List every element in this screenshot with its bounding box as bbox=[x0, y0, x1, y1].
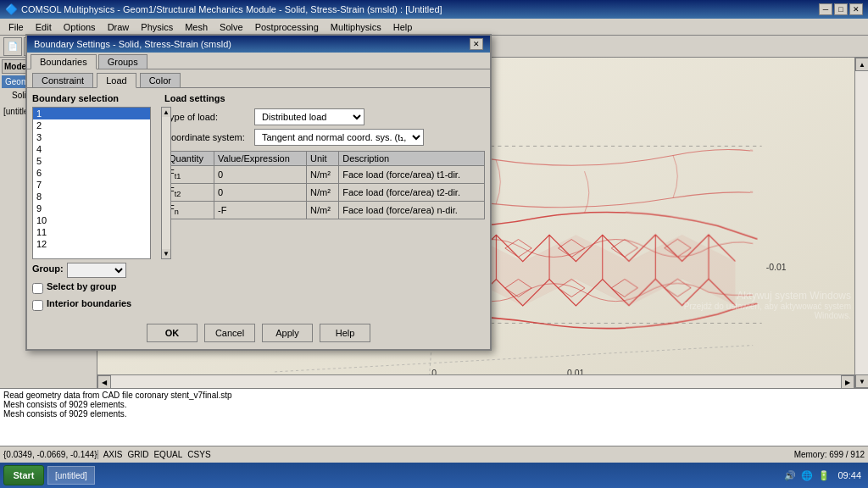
menu-multiphysics[interactable]: Multiphysics bbox=[326, 20, 387, 34]
scroll-track[interactable] bbox=[855, 71, 868, 374]
horizontal-scrollbar[interactable]: ◀ ▶ bbox=[97, 374, 854, 388]
start-button[interactable]: Start bbox=[3, 465, 44, 485]
group-dropdown[interactable] bbox=[67, 263, 126, 278]
boundary-item-12[interactable]: 12 bbox=[33, 238, 150, 250]
cancel-button[interactable]: Cancel bbox=[204, 324, 255, 342]
boundary-item-6[interactable]: 6 bbox=[33, 167, 150, 179]
qty-ft1: Ft1 bbox=[165, 166, 214, 184]
desc-fn: Face load (force/area) n-dir. bbox=[339, 202, 485, 219]
dialog-close-button[interactable]: ✕ bbox=[470, 38, 483, 50]
menu-file[interactable]: File bbox=[3, 20, 29, 34]
minimize-button[interactable]: ─ bbox=[819, 3, 832, 15]
taskbar-app-label: [untitled] bbox=[55, 471, 87, 480]
menu-mesh[interactable]: Mesh bbox=[180, 20, 213, 34]
boundary-item-5[interactable]: 5 bbox=[33, 155, 150, 167]
h-scroll-track[interactable] bbox=[111, 375, 841, 388]
tray-icon-3: 🔋 bbox=[817, 469, 831, 482]
coordinate-system-dropdown[interactable]: Tangent and normal coord. sys. (t₁,t₂,n) bbox=[254, 129, 424, 146]
list-scroll-down[interactable]: ▼ bbox=[162, 249, 170, 258]
input-ft1[interactable] bbox=[218, 168, 286, 181]
tab-constraint[interactable]: Constraint bbox=[32, 73, 93, 87]
interior-boundaries-checkbox[interactable] bbox=[32, 300, 43, 311]
unit-ft1: N/m² bbox=[307, 166, 339, 184]
group-row: Group: bbox=[32, 263, 159, 278]
dialog-top-tabs: Boundaries Groups bbox=[27, 53, 490, 69]
tab-load[interactable]: Load bbox=[97, 73, 136, 88]
dialog-title-bar: Boundary Settings - Solid, Stress-Strain… bbox=[27, 36, 490, 53]
tab-color[interactable]: Color bbox=[140, 73, 181, 87]
menu-edit[interactable]: Edit bbox=[31, 20, 57, 34]
dialog-sub-tabs: Constraint Load Color bbox=[27, 69, 490, 88]
qty-ft2: Ft2 bbox=[165, 184, 214, 202]
boundary-settings-dialog: Boundary Settings - Solid, Stress-Strain… bbox=[25, 34, 492, 351]
boundary-selection-label: Boundary selection bbox=[32, 93, 159, 103]
svg-text:-0.01: -0.01 bbox=[766, 263, 787, 272]
desc-ft2: Face load (force/area) t2-dir. bbox=[339, 184, 485, 202]
boundary-item-3[interactable]: 3 bbox=[33, 131, 150, 143]
coordinates-display: {0.0349, -0.0669, -0.144} bbox=[3, 450, 97, 459]
unit-ft2: N/m² bbox=[307, 184, 339, 202]
boundary-item-1[interactable]: 1 bbox=[33, 108, 150, 119]
scroll-left-button[interactable]: ◀ bbox=[97, 375, 111, 388]
app-icon: 🔷 bbox=[5, 3, 18, 15]
boundary-item-8[interactable]: 8 bbox=[33, 191, 150, 202]
scroll-right-button[interactable]: ▶ bbox=[841, 375, 854, 388]
tab-groups[interactable]: Groups bbox=[98, 54, 147, 69]
load-settings-panel: Load settings Type of load: Distributed … bbox=[164, 93, 485, 312]
list-scrollbar[interactable]: ▲ ▼ bbox=[161, 107, 171, 259]
menu-draw[interactable]: Draw bbox=[103, 20, 135, 34]
val-ft2[interactable] bbox=[214, 184, 307, 202]
dialog-body: Boundary selection 1 2 3 4 5 6 7 8 9 10 … bbox=[27, 88, 490, 317]
col-description: Description bbox=[339, 152, 485, 166]
boundary-list-container: 1 2 3 4 5 6 7 8 9 10 11 12 ▲ ▼ bbox=[32, 107, 159, 259]
boundary-item-2[interactable]: 2 bbox=[33, 119, 150, 131]
help-button[interactable]: Help bbox=[320, 324, 370, 342]
tray-icon-1: 🔊 bbox=[783, 469, 797, 482]
val-fn[interactable] bbox=[214, 202, 307, 219]
val-ft1[interactable] bbox=[214, 166, 307, 184]
select-by-group-checkbox[interactable] bbox=[32, 283, 43, 294]
menu-postprocessing[interactable]: Postprocessing bbox=[250, 20, 324, 34]
col-quantity: Quantity bbox=[165, 152, 214, 166]
maximize-button[interactable]: □ bbox=[834, 3, 848, 15]
input-fn[interactable] bbox=[218, 203, 286, 217]
output-line-3: Mesh consists of 9029 elements. bbox=[3, 409, 865, 419]
new-button[interactable]: 📄 bbox=[3, 37, 22, 56]
close-button[interactable]: ✕ bbox=[849, 3, 863, 15]
menu-physics[interactable]: Physics bbox=[136, 20, 178, 34]
vertical-scrollbar[interactable]: ▲ ▼ bbox=[854, 58, 868, 388]
tab-boundaries[interactable]: Boundaries bbox=[31, 54, 97, 69]
ok-button[interactable]: OK bbox=[147, 324, 198, 342]
scroll-up-button[interactable]: ▲ bbox=[855, 58, 868, 71]
csys-status: CSYS bbox=[182, 450, 210, 459]
table-row-ft1: Ft1 N/m² Face load (force/area) t1-dir. bbox=[165, 166, 485, 184]
taskbar-app-button[interactable]: [untitled] bbox=[47, 466, 95, 485]
qty-fn: Fn bbox=[165, 202, 214, 219]
equal-status: EQUAL bbox=[148, 450, 182, 459]
list-scroll-up[interactable]: ▲ bbox=[162, 108, 170, 117]
boundary-item-10[interactable]: 10 bbox=[33, 214, 150, 226]
apply-button[interactable]: Apply bbox=[262, 324, 313, 342]
type-of-load-dropdown[interactable]: Distributed load bbox=[254, 108, 364, 125]
windows-watermark: Aktywuj system Windows Przejdź do ustawi… bbox=[684, 290, 851, 320]
boundary-list[interactable]: 1 2 3 4 5 6 7 8 9 10 11 12 bbox=[32, 107, 151, 259]
title-bar-left: 🔷 COMSOL Multiphysics - Geom1/Structural… bbox=[5, 3, 442, 15]
type-of-load-row: Type of load: Distributed load bbox=[164, 108, 485, 125]
boundary-item-7[interactable]: 7 bbox=[33, 179, 150, 191]
input-ft2[interactable] bbox=[218, 186, 286, 199]
list-scroll-track[interactable] bbox=[162, 117, 170, 249]
boundary-item-4[interactable]: 4 bbox=[33, 143, 150, 155]
scroll-down-button[interactable]: ▼ bbox=[855, 374, 868, 388]
boundary-item-11[interactable]: 11 bbox=[33, 226, 150, 238]
menu-solve[interactable]: Solve bbox=[214, 20, 248, 34]
output-area: Read geometry data from CAD file coronar… bbox=[0, 388, 868, 446]
table-row-ft2: Ft2 N/m² Face load (force/area) t2-dir. bbox=[165, 184, 485, 202]
boundary-item-9[interactable]: 9 bbox=[33, 202, 150, 214]
select-by-group-label: Select by group bbox=[47, 281, 117, 291]
unit-fn: N/m² bbox=[307, 202, 339, 219]
type-of-load-label: Type of load: bbox=[164, 112, 249, 122]
menu-help[interactable]: Help bbox=[388, 20, 418, 34]
menu-options[interactable]: Options bbox=[58, 20, 101, 34]
bottom-status-bar: {0.0349, -0.0669, -0.144} AXIS GRID EQUA… bbox=[0, 446, 868, 463]
taskbar: Start [untitled] 🔊 🌐 🔋 09:44 bbox=[0, 463, 868, 488]
